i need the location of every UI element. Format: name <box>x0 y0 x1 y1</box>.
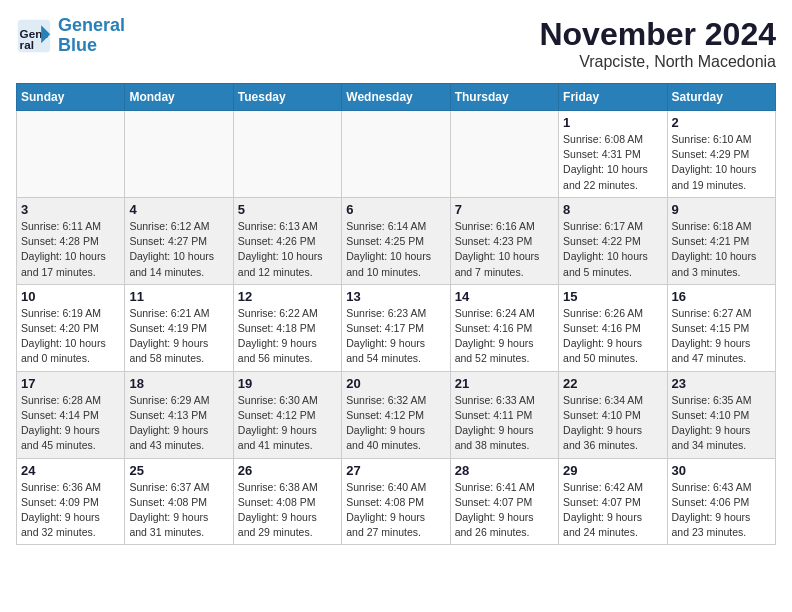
logo-icon: Gene ral <box>16 18 52 54</box>
day-number: 28 <box>455 463 554 478</box>
calendar-table: SundayMondayTuesdayWednesdayThursdayFrid… <box>16 83 776 545</box>
calendar-cell <box>125 111 233 198</box>
calendar-cell: 2Sunrise: 6:10 AMSunset: 4:29 PMDaylight… <box>667 111 775 198</box>
day-number: 13 <box>346 289 445 304</box>
day-info: Sunrise: 6:38 AMSunset: 4:08 PMDaylight:… <box>238 480 337 541</box>
day-info: Sunrise: 6:23 AMSunset: 4:17 PMDaylight:… <box>346 306 445 367</box>
logo-line2: Blue <box>58 35 97 55</box>
calendar-cell: 26Sunrise: 6:38 AMSunset: 4:08 PMDayligh… <box>233 458 341 545</box>
day-info: Sunrise: 6:41 AMSunset: 4:07 PMDaylight:… <box>455 480 554 541</box>
calendar-cell: 27Sunrise: 6:40 AMSunset: 4:08 PMDayligh… <box>342 458 450 545</box>
day-info: Sunrise: 6:17 AMSunset: 4:22 PMDaylight:… <box>563 219 662 280</box>
calendar-cell <box>17 111 125 198</box>
page-header: Gene ral General Blue November 2024 Vrap… <box>16 16 776 71</box>
day-number: 12 <box>238 289 337 304</box>
calendar-cell: 28Sunrise: 6:41 AMSunset: 4:07 PMDayligh… <box>450 458 558 545</box>
calendar-cell: 30Sunrise: 6:43 AMSunset: 4:06 PMDayligh… <box>667 458 775 545</box>
day-number: 24 <box>21 463 120 478</box>
calendar-week-3: 10Sunrise: 6:19 AMSunset: 4:20 PMDayligh… <box>17 284 776 371</box>
logo-line1: General <box>58 15 125 35</box>
calendar-week-5: 24Sunrise: 6:36 AMSunset: 4:09 PMDayligh… <box>17 458 776 545</box>
day-number: 25 <box>129 463 228 478</box>
day-info: Sunrise: 6:13 AMSunset: 4:26 PMDaylight:… <box>238 219 337 280</box>
logo-text: General Blue <box>58 16 125 56</box>
day-number: 6 <box>346 202 445 217</box>
day-info: Sunrise: 6:30 AMSunset: 4:12 PMDaylight:… <box>238 393 337 454</box>
day-number: 11 <box>129 289 228 304</box>
calendar-cell: 25Sunrise: 6:37 AMSunset: 4:08 PMDayligh… <box>125 458 233 545</box>
day-info: Sunrise: 6:19 AMSunset: 4:20 PMDaylight:… <box>21 306 120 367</box>
day-number: 21 <box>455 376 554 391</box>
calendar-cell: 15Sunrise: 6:26 AMSunset: 4:16 PMDayligh… <box>559 284 667 371</box>
day-info: Sunrise: 6:27 AMSunset: 4:15 PMDaylight:… <box>672 306 771 367</box>
calendar-cell: 20Sunrise: 6:32 AMSunset: 4:12 PMDayligh… <box>342 371 450 458</box>
calendar-cell: 4Sunrise: 6:12 AMSunset: 4:27 PMDaylight… <box>125 197 233 284</box>
day-number: 7 <box>455 202 554 217</box>
day-info: Sunrise: 6:14 AMSunset: 4:25 PMDaylight:… <box>346 219 445 280</box>
location-subtitle: Vrapciste, North Macedonia <box>539 53 776 71</box>
day-number: 1 <box>563 115 662 130</box>
day-number: 20 <box>346 376 445 391</box>
day-info: Sunrise: 6:34 AMSunset: 4:10 PMDaylight:… <box>563 393 662 454</box>
calendar-cell <box>233 111 341 198</box>
day-header-wednesday: Wednesday <box>342 84 450 111</box>
calendar-cell: 5Sunrise: 6:13 AMSunset: 4:26 PMDaylight… <box>233 197 341 284</box>
calendar-cell: 8Sunrise: 6:17 AMSunset: 4:22 PMDaylight… <box>559 197 667 284</box>
day-info: Sunrise: 6:42 AMSunset: 4:07 PMDaylight:… <box>563 480 662 541</box>
calendar-cell: 9Sunrise: 6:18 AMSunset: 4:21 PMDaylight… <box>667 197 775 284</box>
day-info: Sunrise: 6:18 AMSunset: 4:21 PMDaylight:… <box>672 219 771 280</box>
day-header-saturday: Saturday <box>667 84 775 111</box>
day-number: 19 <box>238 376 337 391</box>
calendar-cell <box>450 111 558 198</box>
calendar-cell: 24Sunrise: 6:36 AMSunset: 4:09 PMDayligh… <box>17 458 125 545</box>
day-number: 23 <box>672 376 771 391</box>
day-header-thursday: Thursday <box>450 84 558 111</box>
day-info: Sunrise: 6:28 AMSunset: 4:14 PMDaylight:… <box>21 393 120 454</box>
day-number: 22 <box>563 376 662 391</box>
day-info: Sunrise: 6:35 AMSunset: 4:10 PMDaylight:… <box>672 393 771 454</box>
calendar-cell: 17Sunrise: 6:28 AMSunset: 4:14 PMDayligh… <box>17 371 125 458</box>
day-info: Sunrise: 6:37 AMSunset: 4:08 PMDaylight:… <box>129 480 228 541</box>
calendar-cell: 13Sunrise: 6:23 AMSunset: 4:17 PMDayligh… <box>342 284 450 371</box>
month-title: November 2024 <box>539 16 776 53</box>
calendar-cell: 19Sunrise: 6:30 AMSunset: 4:12 PMDayligh… <box>233 371 341 458</box>
calendar-cell: 7Sunrise: 6:16 AMSunset: 4:23 PMDaylight… <box>450 197 558 284</box>
day-number: 8 <box>563 202 662 217</box>
day-info: Sunrise: 6:11 AMSunset: 4:28 PMDaylight:… <box>21 219 120 280</box>
calendar-cell: 10Sunrise: 6:19 AMSunset: 4:20 PMDayligh… <box>17 284 125 371</box>
day-info: Sunrise: 6:10 AMSunset: 4:29 PMDaylight:… <box>672 132 771 193</box>
day-number: 29 <box>563 463 662 478</box>
day-info: Sunrise: 6:40 AMSunset: 4:08 PMDaylight:… <box>346 480 445 541</box>
calendar-cell: 21Sunrise: 6:33 AMSunset: 4:11 PMDayligh… <box>450 371 558 458</box>
day-header-sunday: Sunday <box>17 84 125 111</box>
day-number: 16 <box>672 289 771 304</box>
day-number: 18 <box>129 376 228 391</box>
svg-text:ral: ral <box>20 37 34 50</box>
logo: Gene ral General Blue <box>16 16 125 56</box>
calendar-week-1: 1Sunrise: 6:08 AMSunset: 4:31 PMDaylight… <box>17 111 776 198</box>
day-info: Sunrise: 6:21 AMSunset: 4:19 PMDaylight:… <box>129 306 228 367</box>
title-block: November 2024 Vrapciste, North Macedonia <box>539 16 776 71</box>
calendar-cell: 11Sunrise: 6:21 AMSunset: 4:19 PMDayligh… <box>125 284 233 371</box>
day-info: Sunrise: 6:26 AMSunset: 4:16 PMDaylight:… <box>563 306 662 367</box>
day-info: Sunrise: 6:36 AMSunset: 4:09 PMDaylight:… <box>21 480 120 541</box>
calendar-header-row: SundayMondayTuesdayWednesdayThursdayFrid… <box>17 84 776 111</box>
day-number: 14 <box>455 289 554 304</box>
day-number: 27 <box>346 463 445 478</box>
day-info: Sunrise: 6:16 AMSunset: 4:23 PMDaylight:… <box>455 219 554 280</box>
calendar-cell: 14Sunrise: 6:24 AMSunset: 4:16 PMDayligh… <box>450 284 558 371</box>
day-info: Sunrise: 6:22 AMSunset: 4:18 PMDaylight:… <box>238 306 337 367</box>
day-number: 30 <box>672 463 771 478</box>
day-number: 9 <box>672 202 771 217</box>
day-header-monday: Monday <box>125 84 233 111</box>
day-number: 5 <box>238 202 337 217</box>
day-info: Sunrise: 6:29 AMSunset: 4:13 PMDaylight:… <box>129 393 228 454</box>
calendar-cell: 22Sunrise: 6:34 AMSunset: 4:10 PMDayligh… <box>559 371 667 458</box>
day-number: 17 <box>21 376 120 391</box>
calendar-cell: 12Sunrise: 6:22 AMSunset: 4:18 PMDayligh… <box>233 284 341 371</box>
day-info: Sunrise: 6:24 AMSunset: 4:16 PMDaylight:… <box>455 306 554 367</box>
calendar-week-4: 17Sunrise: 6:28 AMSunset: 4:14 PMDayligh… <box>17 371 776 458</box>
day-info: Sunrise: 6:43 AMSunset: 4:06 PMDaylight:… <box>672 480 771 541</box>
day-header-tuesday: Tuesday <box>233 84 341 111</box>
calendar-cell: 1Sunrise: 6:08 AMSunset: 4:31 PMDaylight… <box>559 111 667 198</box>
